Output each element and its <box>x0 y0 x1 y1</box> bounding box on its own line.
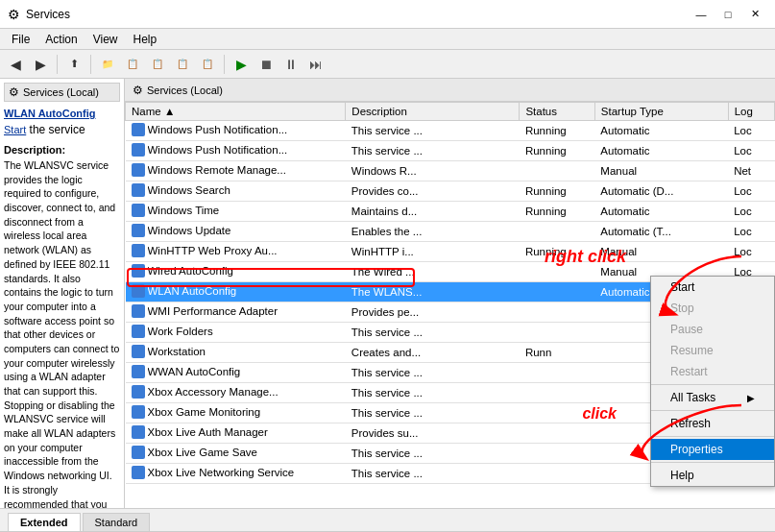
cell-name: Windows Push Notification... <box>126 141 346 161</box>
cell-startup: Automatic <box>594 202 728 222</box>
content-header: ⚙ Services (Local) <box>125 79 775 102</box>
tabs-bar: Extended Standard <box>0 508 775 531</box>
show-hide-action[interactable]: 📋 <box>146 53 169 76</box>
cell-startup: Automatic <box>594 121 728 141</box>
cell-desc: Windows R... <box>346 161 520 181</box>
stop-service[interactable]: ⏹ <box>254 53 278 76</box>
main-container: ⚙ Services (Local) WLAN AutoConfig Start… <box>0 79 775 508</box>
cell-status: Running <box>520 202 594 222</box>
menu-action[interactable]: Action <box>37 31 85 48</box>
maximize-button[interactable]: □ <box>715 5 740 24</box>
col-startup[interactable]: Startup Type <box>594 103 728 121</box>
cell-name: Windows Search <box>126 181 346 202</box>
pause-service[interactable]: ⏸ <box>279 53 303 76</box>
sidebar-desc-text: The WLANSVC service provides the logic r… <box>4 158 120 508</box>
toolbar-separator-3 <box>224 55 225 74</box>
sidebar-service-name[interactable]: WLAN AutoConfig <box>4 108 120 119</box>
cell-status <box>520 363 594 383</box>
table-row[interactable]: WinHTTP Web Proxy Au... WinHTTP i...Runn… <box>126 242 775 262</box>
content-title: Services (Local) <box>147 85 223 96</box>
cell-name: Work Folders <box>126 323 346 343</box>
table-row[interactable]: Windows Push Notification... This servic… <box>126 141 775 161</box>
cell-status <box>520 444 594 464</box>
context-menu-item-pause: Pause <box>651 319 774 340</box>
cell-name: WWAN AutoConfig <box>126 363 346 383</box>
forward-button[interactable]: ▶ <box>29 53 52 76</box>
cell-name: Windows Time <box>126 202 346 222</box>
cell-desc: This service ... <box>346 403 520 423</box>
help-btn[interactable]: 📋 <box>196 53 219 76</box>
context-menu: StartStopPauseResumeRestartAll Tasks▶Ref… <box>650 276 775 487</box>
cell-status <box>520 222 594 242</box>
sidebar-icon: ⚙ <box>9 85 19 99</box>
menu-file[interactable]: File <box>4 31 37 48</box>
start-suffix: the service <box>26 123 85 136</box>
cell-name: Wired AutoConfig <box>126 262 346 282</box>
show-console-tree[interactable]: 📁 <box>96 53 119 76</box>
table-header-row: Name ▲ Description Status Startup Type L… <box>126 103 775 121</box>
context-menu-item-start[interactable]: Start <box>651 277 774 298</box>
context-menu-item-properties[interactable]: Properties <box>651 439 774 460</box>
cell-desc: Enables the ... <box>346 222 520 242</box>
table-row[interactable]: Windows Update Enables the ...Automatic … <box>126 222 775 242</box>
minimize-button[interactable]: — <box>689 5 714 24</box>
table-row[interactable]: Windows Push Notification... This servic… <box>126 121 775 141</box>
toolbar: ◀ ▶ ⬆ 📁 📋 📋 📋 📋 ▶ ⏹ ⏸ ⏭ <box>0 50 775 79</box>
cell-startup: Automatic (T... <box>594 222 728 242</box>
cell-name: WinHTTP Web Proxy Au... <box>126 242 346 262</box>
up-button[interactable]: ⬆ <box>62 53 85 76</box>
window-controls: — □ ✕ <box>689 5 767 24</box>
up-one-level[interactable]: 📋 <box>121 53 144 76</box>
col-log[interactable]: Log <box>728 103 774 121</box>
window-title: Services <box>26 8 70 21</box>
restart-service[interactable]: ⏭ <box>304 53 327 76</box>
cell-desc: This service ... <box>346 363 520 383</box>
table-row[interactable]: Windows Time Maintains d...RunningAutoma… <box>126 202 775 222</box>
context-menu-item-refresh[interactable]: Refresh <box>651 413 774 434</box>
toolbar-separator-2 <box>90 55 91 74</box>
col-status[interactable]: Status <box>520 103 594 121</box>
content-icon: ⚙ <box>133 84 143 97</box>
sidebar-actions: Start the service <box>4 123 120 136</box>
cell-status: Runn <box>520 343 594 363</box>
cell-log: Loc <box>728 242 774 262</box>
start-service[interactable]: ▶ <box>230 53 253 76</box>
cell-name: Windows Update <box>126 222 346 242</box>
cell-desc: This service ... <box>346 383 520 403</box>
table-row[interactable]: Windows Search Provides co...RunningAuto… <box>126 181 775 202</box>
cell-status <box>520 403 594 423</box>
content-area: ⚙ Services (Local) Name ▲ Description St… <box>125 79 775 508</box>
col-name[interactable]: Name ▲ <box>126 103 346 121</box>
cell-status: Running <box>520 121 594 141</box>
cell-log: Loc <box>728 121 774 141</box>
menu-view[interactable]: View <box>85 31 126 48</box>
back-button[interactable]: ◀ <box>4 53 27 76</box>
tab-standard[interactable]: Standard <box>83 513 151 531</box>
cell-name: Windows Push Notification... <box>126 121 346 141</box>
cell-desc: Provides co... <box>346 181 520 202</box>
properties[interactable]: 📋 <box>171 53 194 76</box>
close-button[interactable]: ✕ <box>742 5 767 24</box>
tab-extended[interactable]: Extended <box>8 513 81 531</box>
cell-status: Running <box>520 141 594 161</box>
context-menu-item-all-tasks[interactable]: All Tasks▶ <box>651 387 774 408</box>
cell-name: WMI Performance Adapter <box>126 302 346 323</box>
context-menu-separator <box>651 436 774 437</box>
sidebar-desc-title: Description: <box>4 144 120 156</box>
title-bar: ⚙ Services — □ ✕ <box>0 0 775 29</box>
cell-desc: The WLANS... <box>346 282 520 302</box>
cell-log: Loc <box>728 181 774 202</box>
cell-desc: Creates and... <box>346 343 520 363</box>
context-menu-item-help[interactable]: Help <box>651 465 774 486</box>
cell-status <box>520 423 594 444</box>
table-row[interactable]: Windows Remote Manage... Windows R...Man… <box>126 161 775 181</box>
menu-help[interactable]: Help <box>126 31 165 48</box>
toolbar-separator-1 <box>57 55 58 74</box>
context-menu-separator <box>651 462 774 463</box>
col-description[interactable]: Description <box>346 103 520 121</box>
sidebar-title-text: Services (Local) <box>23 86 99 98</box>
sidebar: ⚙ Services (Local) WLAN AutoConfig Start… <box>0 79 125 508</box>
cell-desc: This service ... <box>346 444 520 464</box>
cell-name: Xbox Game Monitoring <box>126 403 346 423</box>
start-service-link[interactable]: Start <box>4 124 26 135</box>
